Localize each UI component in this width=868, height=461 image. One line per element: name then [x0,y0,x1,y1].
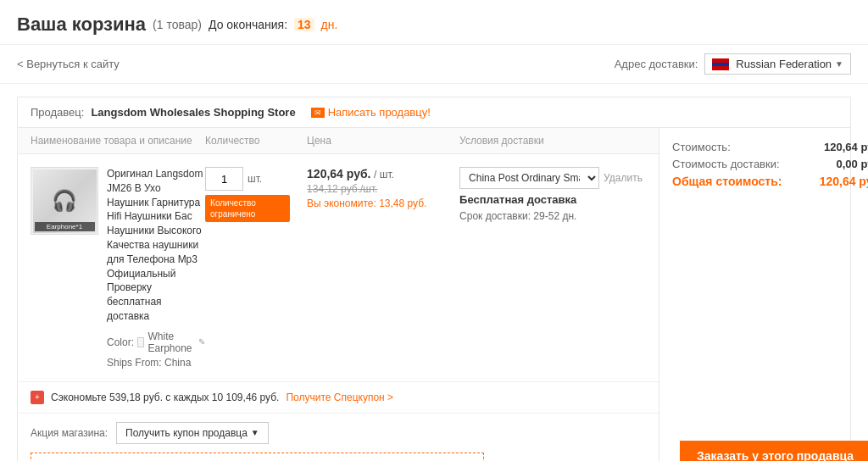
quantity-cell: шт. Количество ограничено [205,167,307,222]
ships-from-label: Ships From: [107,357,162,369]
color-label: Color: [107,336,134,348]
dropdown-arrow-icon: ▼ [835,59,843,69]
seller-label: Продавец: [31,106,84,119]
price-save-value: 13,48 руб. [379,197,426,209]
seller-total-label: Общая стоимость: [672,175,782,188]
country-selector[interactable]: Russian Federation ▼ [704,53,851,75]
coupon-select[interactable]: Получить купон продавца ▼ [116,422,269,444]
order-from-seller-button[interactable]: Заказать у этого продавца [680,441,868,461]
price-cell: 120,64 руб. / шт. 134,12 руб./шт. Вы эко… [307,167,459,209]
qty-warning: Количество ограничено [205,195,290,222]
coupon-dropdown-icon: ▼ [251,428,259,437]
coupon-placeholder: Получить купон продавца [125,427,248,439]
timer-label: До окончания: [209,18,287,31]
product-image: 🎧 Earphone*1 [31,167,98,235]
seller-delivery-value: 0,00 руб. [837,158,869,170]
price-per: / шт. [374,169,394,181]
timer-value: 13 [294,18,314,31]
col-product: Наименование товара и описание [31,135,205,147]
seller-cost-panel: Стоимость: 120,64 руб. Стоимость доставк… [659,128,868,461]
promo-icon: + [31,391,44,404]
message-seller-button[interactable]: ✉ Написать продавцу! [311,106,431,119]
free-delivery-label: Бесплатная доставка [459,193,646,206]
back-to-site-link[interactable]: Вернуться к сайту [17,58,120,70]
product-name: Оригинал Langsdom JM26 В Ухо Наушник Гар… [107,167,205,324]
price-main: 120,64 руб. [307,167,370,181]
quantity-input[interactable] [205,167,243,191]
ships-from-value: China [164,357,191,369]
seller-delivery-label: Стоимость доставки: [672,158,780,170]
delivery-time: Срок доставки: 29-52 дн. [459,210,646,222]
col-delivery: Условия доставки [459,135,646,147]
color-value: White Earphone [147,330,195,354]
email-icon: ✉ [311,108,325,118]
delivery-method-select[interactable]: China Post Ordinary Small Packet [459,167,599,189]
col-quantity: Количество [205,135,307,147]
promo-text: Сэкономьте 539,18 руб. с каждых 10 109,4… [51,392,279,403]
edit-color-icon[interactable]: ✎ [198,337,205,347]
col-price: Цена [307,135,459,147]
timer-unit: дн. [321,18,338,31]
earphone-graphic: 🎧 [52,189,77,213]
item-count: (1 товар) [153,18,202,31]
price-old: 134,12 руб./шт. [307,183,459,195]
seller-name: Langsdom Wholesales Shopping Store [91,106,295,119]
promo-banner: Купите ещё на 1 901,26 руб. в этом магаз… [31,453,484,461]
message-seller-label: Написать продавцу! [328,106,431,119]
seller-cost-label: Стоимость: [672,141,731,153]
country-flag [712,58,729,70]
table-row: 🎧 Earphone*1 Оригинал Langsdom JM26 В Ух… [18,154,659,382]
seller-cost-value: 120,64 руб. [824,141,868,153]
qty-unit: шт. [248,173,262,185]
promo-row: + Сэкономьте 539,18 руб. с каждых 10 109… [18,382,659,414]
delivery-cell: China Post Ordinary Small Packet Удалить… [459,167,646,222]
delete-item-button[interactable]: Удалить [604,172,643,184]
color-swatch [137,337,144,347]
page-title: Ваша корзина [17,14,146,36]
delivery-address-label: Адрес доставки: [615,58,698,70]
store-actions-label: Акция магазина: [31,427,108,439]
promo-link[interactable]: Получите Спецкупон > [286,392,393,403]
seller-total-value: 120,64 руб. [820,175,868,188]
country-name: Russian Federation [736,58,832,70]
price-save-label: Вы экономите: [307,197,376,209]
